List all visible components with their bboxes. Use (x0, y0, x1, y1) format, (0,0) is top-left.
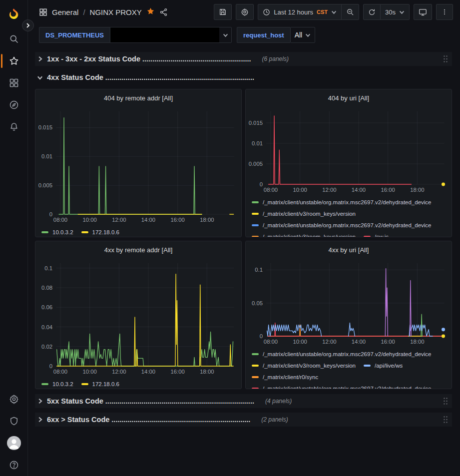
variable-value-dropdown-request-host[interactable]: All (290, 27, 316, 43)
svg-text:0: 0 (49, 363, 52, 369)
legend-item[interactable]: /api/live/ws (364, 360, 403, 371)
row-panel-count: (4 panels) (265, 398, 292, 405)
timezone-label: CST (317, 9, 328, 15)
row-title: 4xx Status Code ........................… (47, 73, 254, 81)
legend-item[interactable]: 10.0.3.2 (41, 378, 73, 389)
legend-item[interactable]: /_matrix/client/r0/sync (252, 371, 318, 383)
time-range-picker[interactable]: Last 12 hours CST (258, 4, 342, 20)
sidebar-item-configuration[interactable] (0, 388, 28, 410)
variable-label-request-host[interactable]: request_host (237, 27, 290, 43)
svg-text:0: 0 (260, 181, 263, 187)
zoom-out-button[interactable] (342, 4, 359, 20)
variable-label-ds-prometheus[interactable]: DS_PROMETHEUS (39, 27, 110, 43)
svg-text:16:00: 16:00 (170, 369, 184, 375)
svg-text:12:00: 12:00 (322, 187, 336, 193)
svg-text:0.005: 0.005 (249, 161, 263, 167)
legend-label: /_matrix/client/r0/sync (263, 374, 318, 380)
more-options-kebab-button[interactable] (436, 4, 453, 20)
help-question-icon (9, 460, 19, 470)
sidebar-item-profile[interactable] (0, 432, 28, 454)
dashboard-canvas: 1xx - 3xx - 2xx Status Code ............… (28, 48, 460, 427)
legend-label: /_matrix/client/v3/room_keys/version (263, 234, 356, 237)
row-panel-count: (2 panels) (261, 416, 288, 423)
expand-sidebar-button[interactable] (22, 19, 34, 31)
legend-swatch (252, 201, 259, 203)
svg-text:08:00: 08:00 (264, 187, 278, 193)
refresh-interval-dropdown[interactable]: 30s (381, 4, 410, 20)
row-1xx-3xx-2xx[interactable]: 1xx - 3xx - 2xx Status Code ............… (35, 52, 452, 66)
svg-text:0.01: 0.01 (41, 153, 52, 159)
share-dashboard-button[interactable] (159, 8, 168, 16)
save-icon (219, 8, 227, 16)
chevron-right-icon (25, 23, 30, 28)
svg-text:0.01: 0.01 (252, 140, 263, 146)
panel-title[interactable]: 404 by uri [All] (246, 89, 452, 106)
sidebar-item-dashboards[interactable] (0, 72, 28, 94)
legend-item[interactable]: /_matrix/client/unstable/org.matrix.msc2… (252, 348, 432, 360)
svg-text:16:00: 16:00 (381, 339, 395, 345)
chevron-down-icon (305, 32, 311, 38)
breadcrumb: General / NGINX PROXY (39, 7, 168, 17)
row-drag-handle[interactable] (443, 55, 448, 63)
chart-legend: /_matrix/client/unstable/org.matrix.msc2… (246, 347, 452, 389)
favorite-star-icon[interactable] (146, 7, 155, 17)
timeseries-chart[interactable]: 08:0010:0012:0014:0016:0018:0000.0050.01… (246, 106, 452, 195)
svg-text:18:00: 18:00 (200, 217, 214, 223)
kiosk-mode-button[interactable] (414, 4, 432, 20)
row-drag-handle[interactable] (443, 416, 448, 424)
timeseries-chart[interactable]: 08:0010:0012:0014:0016:0018:0000.0050.01… (35, 106, 241, 225)
svg-text:16:00: 16:00 (381, 187, 395, 193)
svg-text:18:00: 18:00 (410, 187, 424, 193)
row-drag-handle[interactable] (443, 397, 448, 405)
legend-item[interactable]: /_matrix/client/unstable/org.matrix.msc2… (252, 383, 432, 389)
panel-title[interactable]: 404 by remote addr [All] (35, 89, 241, 106)
refresh-controls: 30s (363, 4, 410, 20)
legend-item[interactable]: /sw.js (364, 231, 389, 237)
refresh-button[interactable] (363, 4, 381, 20)
variable-value-dropdown-ds-prometheus[interactable] (110, 27, 232, 43)
timeseries-chart[interactable]: 08:0010:0012:0014:0016:0018:0000.020.040… (35, 258, 241, 377)
legend-item[interactable]: 10.0.3.2 (41, 226, 73, 237)
legend-item[interactable]: /_matrix/client/v3/room_keys/version (252, 360, 356, 371)
row-6xx[interactable]: 6xx > Status Code ......................… (35, 413, 452, 427)
chart-legend: 10.0.3.2172.18.0.6 (35, 225, 241, 237)
panel-404-by-uri: 404 by uri [All] 08:0010:0012:0014:0016:… (245, 89, 452, 237)
toolbar: Last 12 hours CST (214, 4, 453, 20)
row-5xx[interactable]: 5xx Status Code ........................… (35, 394, 452, 408)
sidebar-item-starred[interactable] (0, 50, 28, 72)
svg-text:0.06: 0.06 (41, 304, 52, 310)
sidebar-item-search[interactable] (0, 28, 28, 50)
dashboard-variables-bar: DS_PROMETHEUS request_host All (28, 24, 460, 48)
dashboard-settings-button[interactable] (236, 4, 254, 20)
panel-title[interactable]: 4xx by remote addr [All] (35, 241, 241, 258)
sidebar-item-server-admin[interactable] (0, 410, 28, 432)
svg-text:08:00: 08:00 (53, 217, 67, 223)
dashboard-header: General / NGINX PROXY (28, 0, 460, 24)
legend-item[interactable]: 172.18.0.6 (81, 378, 119, 389)
breadcrumb-divider: / (83, 8, 85, 16)
legend-item[interactable]: /_matrix/client/unstable/org.matrix.msc2… (252, 196, 432, 208)
panel-title[interactable]: 4xx by uri [All] (246, 241, 452, 258)
svg-text:08:00: 08:00 (264, 339, 278, 345)
legend-item[interactable]: /_matrix/client/v3/room_keys/version (252, 208, 356, 219)
sidebar-item-help[interactable] (0, 454, 28, 476)
legend-item[interactable]: /_matrix/client/unstable/org.matrix.msc2… (252, 219, 432, 231)
sidebar-item-explore[interactable] (0, 94, 28, 116)
refresh-icon (368, 8, 376, 16)
sidebar-item-alerting[interactable] (0, 116, 28, 138)
save-dashboard-button[interactable] (214, 4, 232, 20)
legend-swatch (41, 231, 48, 233)
legend-item[interactable]: 172.18.0.6 (81, 226, 119, 237)
legend-label: /sw.js (375, 234, 389, 237)
svg-text:10:00: 10:00 (293, 187, 307, 193)
compass-icon (9, 100, 19, 110)
legend-label: /_matrix/client/unstable/org.matrix.msc2… (263, 199, 432, 205)
row-4xx[interactable]: 4xx Status Code ........................… (35, 70, 452, 84)
breadcrumb-folder[interactable]: General (52, 8, 78, 16)
legend-item[interactable]: /_matrix/client/v3/room_keys/version (252, 231, 356, 237)
breadcrumb-dashboard-title[interactable]: NGINX PROXY (90, 8, 142, 16)
kebab-menu-icon (441, 8, 448, 16)
svg-text:0.08: 0.08 (41, 285, 52, 291)
timeseries-chart[interactable]: 08:0010:0012:0014:0016:0018:0000.050.1 (246, 258, 452, 347)
user-avatar (7, 436, 21, 450)
